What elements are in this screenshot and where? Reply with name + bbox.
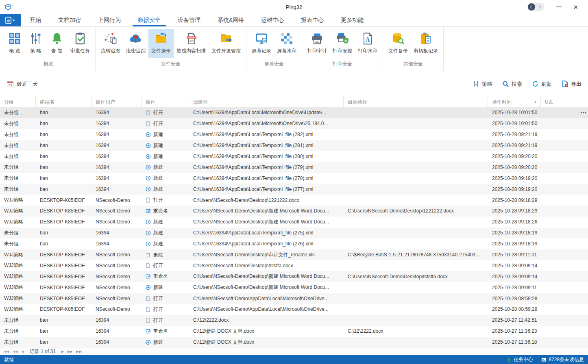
- alert-button[interactable]: 告 警: [46, 29, 68, 58]
- col-terminal[interactable]: 终端名: [36, 97, 91, 107]
- tab-doc-encryption[interactable]: 文档加密: [50, 14, 89, 26]
- cell-operation-time: 2025-10-28 09:18:29: [488, 206, 541, 217]
- cell-operator: 16394: [91, 140, 142, 151]
- table-row[interactable]: 未分组ban16394新建C:\12\新建 DOCX 文档.docx2025-1…: [0, 337, 588, 348]
- cell-target-path: [344, 195, 488, 206]
- cell-group: 未分组: [0, 118, 36, 129]
- tab-data-security[interactable]: 数据安全: [129, 14, 169, 26]
- overview-button[interactable]: 概 览: [4, 29, 25, 58]
- cell-operation-time: 2025-10-28 09:18:29: [488, 195, 541, 206]
- table-row[interactable]: 未分组ban16394打开C:\12\2222.docx2025-10-27 1…: [0, 315, 588, 326]
- tab-more-features[interactable]: 更多功能: [332, 14, 372, 26]
- app-menu-button[interactable]: [0, 14, 21, 26]
- table-row[interactable]: WJJ策略DESKTOP-K85IEOFNSecsoft-Demo删除C:\Us…: [0, 249, 588, 260]
- file-operations-button[interactable]: 文件操作: [148, 29, 174, 58]
- table-row[interactable]: WJJ策略DESKTOP-K85IEOFNSecsoft-Demo重命名C:\U…: [0, 206, 588, 217]
- print-audit-button[interactable]: 打印审计: [305, 29, 330, 58]
- col-operation[interactable]: 操作: [142, 97, 189, 107]
- search-action[interactable]: 搜索: [502, 80, 522, 88]
- pagination-bar: |◀◀ ◀◀ ◀ 记录 1 of 31 ▶ ▶▶ ▶▶|: [0, 348, 588, 355]
- cell-operation: 打开: [142, 118, 189, 129]
- cell-terminal: DESKTOP-K85IEOF: [36, 206, 91, 217]
- print-control-button[interactable]: 打印管控: [330, 29, 355, 58]
- task-center-button[interactable]: 任务中心: [506, 356, 533, 363]
- unread-messages-button[interactable]: 8728条未读信息: [541, 356, 584, 363]
- clipboard-record-button[interactable]: 剪切板记录: [411, 29, 441, 58]
- export-action[interactable]: 导出: [562, 80, 581, 88]
- search-icon: [502, 80, 509, 87]
- cell-usb: [541, 260, 582, 271]
- table-row[interactable]: 未分组ban16394新建C:\Users\16394\AppData\Loca…: [0, 238, 588, 249]
- file-backup-button[interactable]: 文件备份: [385, 29, 411, 58]
- fast-next-icon[interactable]: ▶▶: [68, 350, 72, 353]
- first-page-icon[interactable]: |◀◀: [3, 350, 9, 353]
- sensitive-content-scan-button[interactable]: 敏感内容扫描: [174, 29, 209, 58]
- refresh-action[interactable]: 刷新: [532, 80, 552, 88]
- close-button[interactable]: ✕: [573, 4, 578, 10]
- tab-report-center[interactable]: 报表中心: [292, 14, 332, 26]
- table-row[interactable]: 未分组ban16394新建C:\Users\16394\AppData\Loca…: [0, 228, 588, 238]
- tab-device-management[interactable]: 设备管理: [169, 14, 209, 26]
- flow-trace-button[interactable]: 流转追溯: [98, 29, 123, 58]
- table-row[interactable]: 未分组ban16394新建C:\Users\16394\AppData\Loca…: [0, 140, 588, 151]
- overview-group: 概 览策 略告 警审批任务概览: [2, 27, 96, 71]
- prev-page-icon[interactable]: ◀: [22, 350, 24, 353]
- table-row[interactable]: 未分组ban16394新建C:\Users\16394\AppData\Loca…: [0, 129, 588, 140]
- file-security-group: 流转追溯泄密追踪文件操作敏感内容扫描文件外发管控文件安全: [96, 27, 246, 71]
- table-row[interactable]: WJJ策略DESKTOP-K85IEOFNSecsoft-Demo打开C:\Us…: [0, 260, 588, 271]
- table-row[interactable]: 未分组ban16394新建C:\Users\16394\AppData\Loca…: [0, 173, 588, 184]
- file-outgoing-control-button[interactable]: 文件外发管控: [209, 29, 244, 58]
- col-operation-time[interactable]: 操作时间▼: [488, 97, 541, 107]
- col-target-path[interactable]: 目标路径: [344, 97, 488, 107]
- cell-target-path: [344, 228, 488, 238]
- table-row[interactable]: WJJ策略DESKTOP-K85IEOFNSecsoft-Demo新建C:\Us…: [0, 217, 588, 228]
- date-filter[interactable]: 最近三天: [7, 80, 38, 88]
- table-row[interactable]: WJJ策略DESKTOP-K85IEOFNSecsoft-Demo重命名C:\U…: [0, 271, 588, 282]
- tab-system-network[interactable]: 系统&网络: [209, 14, 253, 26]
- next-page-icon[interactable]: ▶: [61, 350, 64, 353]
- tab-ops-center[interactable]: 运维中心: [253, 14, 292, 26]
- table-row[interactable]: WJJ策略DESKTOP-K85IEOFNSecsoft-Demo打开C:\Us…: [0, 293, 588, 304]
- table-row[interactable]: 未分组ban16394打开C:\Users\16394\AppData\Loca…: [0, 107, 588, 118]
- table-row[interactable]: WJJ策略DESKTOP-K85IEOFNSecsoft-Demo打开C:\Us…: [0, 304, 588, 315]
- minimize-button[interactable]: [556, 6, 562, 7]
- col-group[interactable]: 分组: [0, 97, 36, 107]
- cell-source-path: C:\Users\16394\AppData\Local\Temp\xml_fi…: [189, 173, 344, 184]
- cell-operation-time: 2025-10-27 11:36:23: [488, 326, 541, 337]
- cell-group: 未分组: [0, 326, 36, 337]
- tab-internet-behavior[interactable]: 上网行为: [89, 14, 129, 26]
- date-filter-label: 最近三天: [17, 80, 38, 88]
- print-security-group-buttons: 打印审计打印管控打印水印: [303, 27, 382, 60]
- op-new-icon: [146, 340, 151, 345]
- table-row[interactable]: 未分组ban16394新建C:\Users\16394\AppData\Loca…: [0, 151, 588, 162]
- policy-button[interactable]: 策 略: [25, 29, 46, 58]
- cell-operator: 16394: [91, 129, 142, 140]
- table-row[interactable]: 未分组ban16394新建C:\Users\16394\AppData\Loca…: [0, 162, 588, 173]
- table-row[interactable]: 未分组ban16394重命名C:\12\新建 DOCX 文档.docxC:\12…: [0, 326, 588, 337]
- cell-usb: [541, 282, 582, 293]
- screen-record-button[interactable]: 屏幕记录: [249, 29, 274, 58]
- col-operator[interactable]: 操作用户: [91, 97, 142, 107]
- row-actions-button[interactable]: •••: [580, 107, 587, 118]
- approval-tasks-button[interactable]: 审批任务: [68, 29, 93, 58]
- table-row[interactable]: WJJ策略DESKTOP-K85IEOFNSecsoft-Demo新建C:\Us…: [0, 282, 588, 293]
- policy-action[interactable]: 策略: [473, 80, 492, 88]
- file-security-group-label: 文件安全: [96, 60, 245, 71]
- filter-arrow-icon[interactable]: ▼: [534, 100, 537, 104]
- tab-home[interactable]: 开始: [21, 14, 50, 26]
- file-outgoing-control-label: 文件外发管控: [211, 48, 241, 54]
- cell-operation-time: 2025-10-28 09:09:14: [488, 260, 541, 271]
- col-usb[interactable]: U盘: [541, 97, 582, 107]
- last-page-icon[interactable]: ▶▶|: [76, 350, 82, 353]
- table-row[interactable]: 未分组ban16394新建C:\Users\16394\AppData\Loca…: [0, 184, 588, 195]
- cell-source-path: C:\Users\16394\AppData\Local\Temp\xml_fi…: [189, 238, 344, 249]
- screen-watermark-button[interactable]: 屏幕水印: [274, 29, 299, 58]
- toolbar: 最近三天 策略搜索刷新导出: [0, 71, 588, 97]
- table-row[interactable]: 未分组ban16394打开C:\Users\16394\AppData\Loca…: [0, 118, 588, 129]
- fast-prev-icon[interactable]: ◀◀: [13, 350, 17, 353]
- leak-track-button[interactable]: 泄密追踪: [123, 29, 148, 58]
- print-watermark-button[interactable]: 打印水印: [355, 29, 380, 58]
- col-source-path[interactable]: 源路径: [189, 97, 344, 107]
- theme-toggle[interactable]: ☾ ☀: [527, 3, 544, 11]
- table-row[interactable]: WJJ策略DESKTOP-K85IEOFNSecsoft-Demo打开C:\Us…: [0, 195, 588, 206]
